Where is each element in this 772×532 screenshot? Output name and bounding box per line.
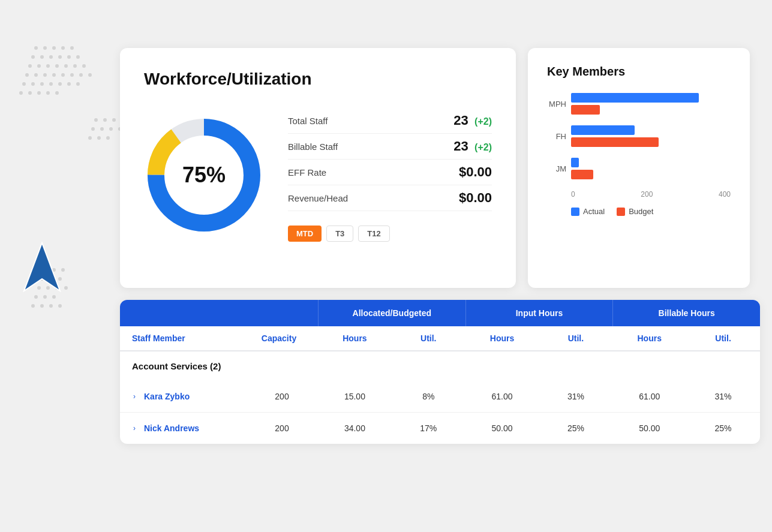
svg-point-42 (100, 127, 104, 131)
billable-util-kara: 31% (686, 392, 760, 401)
col-billable-util: Util. (686, 333, 760, 343)
svg-point-29 (49, 82, 53, 86)
bar-label-mph: MPH (547, 100, 566, 109)
svg-point-27 (31, 82, 35, 86)
table-header-allocated: Allocated/Budgeted (318, 300, 465, 326)
billable-hours-nick: 50.00 (612, 423, 686, 433)
svg-point-30 (58, 82, 62, 86)
capacity-kara: 200 (258, 392, 318, 401)
bar-budget-mph (571, 105, 600, 115)
svg-point-16 (73, 64, 77, 68)
svg-point-12 (37, 64, 41, 68)
table-col-row: Staff Member Capacity Hours Util. Hours … (120, 326, 760, 351)
bar-actual-jm (571, 158, 579, 167)
expand-icon-kara[interactable]: › (127, 392, 142, 401)
svg-point-18 (25, 73, 29, 77)
svg-point-61 (31, 304, 35, 308)
svg-point-10 (76, 55, 80, 59)
bars-mph (571, 93, 731, 115)
legend-budget-dot (617, 208, 625, 216)
donut-percent: 75% (182, 163, 226, 188)
svg-point-21 (52, 73, 56, 77)
bar-actual-fh (571, 125, 635, 135)
stat-label: Billable Staff (288, 142, 338, 152)
period-tabs: MTD T3 T12 (288, 226, 492, 242)
table-header-billable: Billable Hours (612, 300, 760, 326)
alloc-hours-nick: 34.00 (318, 423, 392, 433)
bar-group-mph: MPH (547, 93, 731, 115)
svg-point-11 (28, 64, 32, 68)
legend-actual: Actual (571, 207, 605, 216)
svg-point-3 (61, 46, 65, 50)
svg-point-25 (88, 73, 92, 77)
key-members-chart: MPH FH JM (547, 93, 731, 216)
stat-label: EFF Rate (288, 167, 326, 178)
capacity-nick: 200 (258, 423, 318, 433)
period-tab-t12[interactable]: T12 (358, 226, 389, 242)
stats-area: Total Staff 23 (+2) Billable Staff 23 (+… (288, 108, 492, 242)
donut-chart: 75% (144, 115, 264, 235)
svg-point-7 (49, 55, 53, 59)
svg-point-45 (88, 136, 92, 140)
stat-change: (+2) (474, 116, 492, 127)
table-section: Allocated/Budgeted Input Hours Billable … (120, 300, 760, 444)
stat-row-total-staff: Total Staff 23 (+2) (288, 108, 492, 134)
x-axis-200: 200 (641, 190, 653, 199)
input-hours-nick: 50.00 (465, 423, 539, 433)
svg-point-13 (46, 64, 50, 68)
col-staff-member: Staff Member (120, 333, 240, 343)
col-input-util: Util. (539, 333, 612, 343)
col-capacity: Capacity (240, 333, 318, 343)
col-alloc-util: Util. (392, 333, 465, 343)
svg-point-40 (112, 118, 116, 122)
svg-point-43 (109, 127, 113, 131)
svg-point-5 (31, 55, 35, 59)
top-row: Workforce/Utilization 75% (120, 48, 760, 288)
alloc-hours-kara: 15.00 (318, 392, 392, 401)
input-util-nick: 25% (539, 423, 612, 433)
person-name-kara[interactable]: Kara Zybko (144, 392, 240, 401)
stat-row-billable-staff: Billable Staff 23 (+2) (288, 134, 492, 160)
billable-util-nick: 25% (686, 423, 760, 433)
person-name-nick[interactable]: Nick Andrews (144, 423, 240, 433)
svg-point-34 (28, 91, 32, 95)
period-tab-mtd[interactable]: MTD (288, 226, 322, 242)
svg-point-46 (97, 136, 101, 140)
svg-point-38 (94, 118, 98, 122)
col-billable-hours: Hours (612, 333, 686, 343)
table-row: › Kara Zybko 200 15.00 8% 61.00 31% 61.0… (120, 381, 760, 413)
legend-actual-dot (571, 208, 579, 216)
svg-point-6 (40, 55, 44, 59)
svg-point-41 (91, 127, 95, 131)
svg-point-2 (52, 46, 56, 50)
chart-x-axis: 0 200 400 (547, 190, 731, 199)
period-tab-t3[interactable]: T3 (326, 226, 353, 242)
legend-budget-label: Budget (629, 207, 653, 216)
bar-budget-jm (571, 170, 593, 179)
svg-point-14 (55, 64, 59, 68)
svg-marker-65 (24, 243, 60, 291)
stat-row-revenue-head: Revenue/Head $0.00 (288, 185, 492, 211)
account-group-header: Account Services (2) (120, 351, 760, 381)
workforce-body: 75% Total Staff 23 (+2) Billable Staff (144, 108, 492, 242)
bar-label-jm: JM (547, 164, 566, 173)
bar-label-fh: FH (547, 132, 566, 141)
svg-point-63 (49, 304, 53, 308)
svg-point-35 (37, 91, 41, 95)
table-header-spacer (120, 300, 318, 326)
stat-label: Revenue/Head (288, 193, 348, 203)
background-decoration (0, 0, 132, 360)
svg-point-31 (67, 82, 71, 86)
expand-icon-nick[interactable]: › (127, 424, 142, 432)
svg-point-28 (40, 82, 44, 86)
content-area: Workforce/Utilization 75% (120, 48, 760, 520)
table-row: › Nick Andrews 200 34.00 17% 50.00 25% 5… (120, 413, 760, 444)
alloc-util-kara: 8% (392, 392, 465, 401)
bar-actual-mph (571, 93, 699, 103)
bars-jm (571, 158, 731, 179)
svg-point-33 (19, 91, 23, 95)
input-hours-kara: 61.00 (465, 392, 539, 401)
svg-point-24 (79, 73, 83, 77)
svg-point-19 (34, 73, 38, 77)
billable-hours-kara: 61.00 (612, 392, 686, 401)
